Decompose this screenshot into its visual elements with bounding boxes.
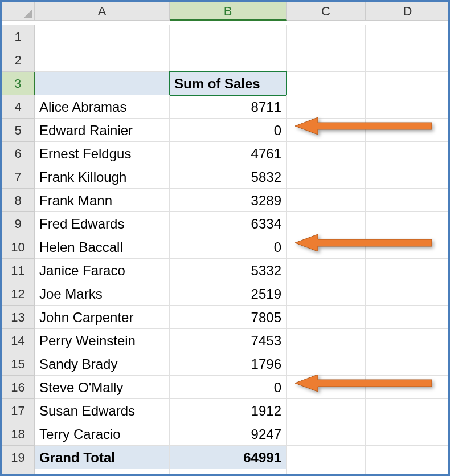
- cell[interactable]: [287, 469, 366, 476]
- cell[interactable]: [366, 259, 450, 282]
- cell[interactable]: [287, 352, 366, 376]
- cell[interactable]: [35, 72, 170, 95]
- row-header[interactable]: 17: [2, 399, 35, 422]
- cell[interactable]: 3289: [170, 189, 287, 212]
- cell[interactable]: Terry Caracio: [35, 422, 170, 446]
- cell[interactable]: Sandy Brady: [35, 352, 170, 376]
- row-header[interactable]: 1: [2, 25, 35, 48]
- cell[interactable]: [287, 48, 366, 72]
- cell[interactable]: 9247: [170, 422, 287, 446]
- cell[interactable]: [366, 446, 450, 469]
- row-header[interactable]: 10: [2, 235, 35, 259]
- cell[interactable]: [366, 119, 450, 142]
- cell[interactable]: [287, 165, 366, 189]
- cell[interactable]: [366, 352, 450, 376]
- cell[interactable]: [287, 95, 366, 119]
- pivot-header-cell[interactable]: Sum of Sales: [170, 72, 287, 95]
- cell[interactable]: Alice Abramas: [35, 95, 170, 119]
- cell[interactable]: [366, 235, 450, 259]
- row-header[interactable]: 4: [2, 95, 35, 119]
- cell[interactable]: [287, 399, 366, 422]
- cell[interactable]: John Carpenter: [35, 306, 170, 329]
- cell[interactable]: [287, 25, 366, 48]
- cell[interactable]: [35, 25, 170, 48]
- cell[interactable]: [287, 119, 366, 142]
- cell[interactable]: [366, 48, 450, 72]
- row-header[interactable]: 9: [2, 212, 35, 235]
- cell[interactable]: [287, 329, 366, 352]
- cell[interactable]: [287, 306, 366, 329]
- row-header[interactable]: 6: [2, 142, 35, 165]
- row-header[interactable]: 18: [2, 422, 35, 446]
- cell[interactable]: [366, 376, 450, 399]
- row-header[interactable]: 3: [2, 72, 35, 95]
- cell[interactable]: 0: [170, 235, 287, 259]
- cell[interactable]: [366, 306, 450, 329]
- row-header[interactable]: 19: [2, 446, 35, 469]
- cell[interactable]: 64991: [170, 446, 287, 469]
- cell[interactable]: 2519: [170, 282, 287, 306]
- cell[interactable]: [287, 72, 366, 95]
- cell[interactable]: [287, 259, 366, 282]
- row-header[interactable]: 12: [2, 282, 35, 306]
- row-header[interactable]: 5: [2, 119, 35, 142]
- cell[interactable]: [287, 189, 366, 212]
- row-header[interactable]: 20: [2, 469, 35, 476]
- column-header-c[interactable]: C: [287, 2, 366, 21]
- row-header[interactable]: 16: [2, 376, 35, 399]
- cell[interactable]: Edward Rainier: [35, 119, 170, 142]
- cell[interactable]: Helen Baccall: [35, 235, 170, 259]
- cell[interactable]: 7453: [170, 329, 287, 352]
- cell[interactable]: [287, 235, 366, 259]
- row-header[interactable]: 2: [2, 48, 35, 72]
- cell[interactable]: [366, 422, 450, 446]
- cell[interactable]: 5332: [170, 259, 287, 282]
- cell[interactable]: Joe Marks: [35, 282, 170, 306]
- cell[interactable]: 8711: [170, 95, 287, 119]
- select-all-corner[interactable]: [2, 2, 35, 21]
- cell[interactable]: [287, 446, 366, 469]
- column-header-b[interactable]: B: [170, 2, 287, 21]
- cell[interactable]: [366, 469, 450, 476]
- cell[interactable]: [366, 165, 450, 189]
- cell[interactable]: 1912: [170, 399, 287, 422]
- cell[interactable]: [366, 25, 450, 48]
- cell[interactable]: [35, 48, 170, 72]
- cell[interactable]: [287, 376, 366, 399]
- cell[interactable]: Steve O'Mally: [35, 376, 170, 399]
- cell[interactable]: 0: [170, 376, 287, 399]
- cell[interactable]: Grand Total: [35, 446, 170, 469]
- spreadsheet-grid[interactable]: ABCD123Sum of Sales4Alice Abramas87115Ed…: [2, 2, 448, 476]
- cell[interactable]: 1796: [170, 352, 287, 376]
- cell[interactable]: Susan Edwards: [35, 399, 170, 422]
- column-header-d[interactable]: D: [366, 2, 450, 21]
- row-header[interactable]: 8: [2, 189, 35, 212]
- row-header[interactable]: 15: [2, 352, 35, 376]
- cell[interactable]: [366, 282, 450, 306]
- cell[interactable]: [287, 212, 366, 235]
- cell[interactable]: Perry Weinstein: [35, 329, 170, 352]
- cell[interactable]: Janice Faraco: [35, 259, 170, 282]
- cell[interactable]: [366, 142, 450, 165]
- row-header[interactable]: 11: [2, 259, 35, 282]
- cell[interactable]: 4761: [170, 142, 287, 165]
- cell[interactable]: [287, 282, 366, 306]
- row-header[interactable]: 7: [2, 165, 35, 189]
- row-header[interactable]: 13: [2, 306, 35, 329]
- cell[interactable]: [366, 95, 450, 119]
- cell[interactable]: [366, 189, 450, 212]
- cell[interactable]: Frank Killough: [35, 165, 170, 189]
- cell[interactable]: 6334: [170, 212, 287, 235]
- cell[interactable]: [287, 422, 366, 446]
- cell[interactable]: [170, 25, 287, 48]
- cell[interactable]: Fred Edwards: [35, 212, 170, 235]
- cell[interactable]: [366, 212, 450, 235]
- cell[interactable]: 5832: [170, 165, 287, 189]
- cell[interactable]: [366, 329, 450, 352]
- cell[interactable]: [170, 469, 287, 476]
- cell[interactable]: [366, 399, 450, 422]
- cell[interactable]: Ernest Feldgus: [35, 142, 170, 165]
- column-header-a[interactable]: A: [35, 2, 170, 21]
- cell[interactable]: Frank Mann: [35, 189, 170, 212]
- cell[interactable]: [287, 142, 366, 165]
